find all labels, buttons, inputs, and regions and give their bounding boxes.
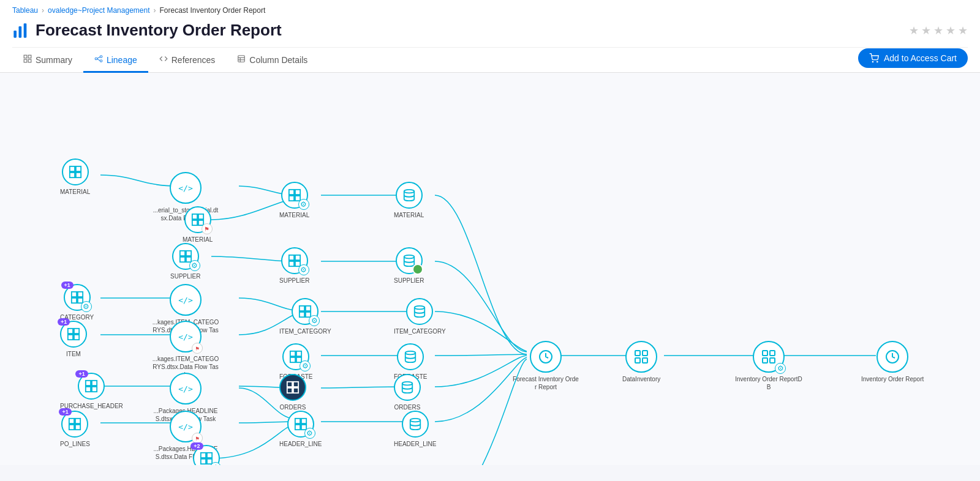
tab-lineage[interactable]: Lineage <box>83 48 148 73</box>
lineage-canvas[interactable]: MATERIAL </> ...erial_to_stgmaterial.dts… <box>0 73 980 465</box>
node-item-src[interactable]: +1 ITEM <box>60 321 87 358</box>
node-label-item-category-out: ITEM_CATEGORY <box>394 327 446 335</box>
node-po-lines[interactable]: +1 PO_LINES <box>60 411 90 448</box>
node-forecast-report[interactable]: Forecast Inventory Order Report <box>512 341 579 391</box>
node-circle-supplier-stg <box>172 243 199 270</box>
category-badge: +1 <box>61 282 74 289</box>
svg-rect-44 <box>68 329 73 334</box>
svg-rect-73 <box>295 425 300 430</box>
svg-rect-47 <box>74 335 79 340</box>
lineage-lines-svg <box>0 73 956 465</box>
svg-rect-45 <box>74 329 79 334</box>
node-category-src[interactable]: +1 CATEGORY <box>60 284 94 321</box>
add-to-access-cart-button[interactable]: Add to Access Cart <box>858 48 968 68</box>
node-circle-datainventory <box>625 341 657 373</box>
star-4[interactable]: ★ <box>946 24 956 37</box>
node-circle-material-src <box>62 158 89 185</box>
tab-references-label: References <box>172 55 216 65</box>
tab-column-details[interactable]: Column Details <box>226 48 318 73</box>
node-material-out[interactable]: MATERIAL <box>394 182 424 219</box>
svg-rect-26 <box>192 214 197 219</box>
svg-point-17 <box>877 61 878 62</box>
breadcrumb-tableau[interactable]: Tableau <box>12 6 38 15</box>
svg-rect-101 <box>770 358 775 363</box>
star-2[interactable]: ★ <box>921 24 931 37</box>
node-circle-item-src: +1 <box>60 321 87 348</box>
node-supplier-stg[interactable]: SUPPLIER <box>170 243 200 280</box>
node-item-category-out[interactable]: ITEM_CATEGORY <box>394 298 446 335</box>
svg-rect-20 <box>69 173 74 177</box>
svg-rect-77 <box>207 453 212 458</box>
tab-lineage-label: Lineage <box>107 55 137 65</box>
node-material-src[interactable]: MATERIAL <box>60 158 90 196</box>
svg-rect-53 <box>290 351 295 356</box>
svg-rect-29 <box>198 220 203 225</box>
purchase-badge: +1 <box>75 370 88 378</box>
svg-line-10 <box>97 57 100 58</box>
svg-rect-95 <box>643 351 647 356</box>
svg-rect-54 <box>296 351 301 356</box>
node-circle-inventory-order-report <box>876 341 908 373</box>
node-circle-category-src: +1 <box>64 284 91 311</box>
breadcrumb-current: Forecast Inventory Order Report <box>160 6 266 15</box>
node-circle-supplier-out <box>396 247 423 274</box>
svg-rect-1 <box>19 26 22 38</box>
node-circle-orders-mid <box>279 374 306 401</box>
svg-rect-46 <box>68 335 73 340</box>
svg-rect-64 <box>287 388 292 393</box>
node-circle-forcaste-mid <box>282 343 309 370</box>
node-header-line-mid[interactable]: HEADER_LINE <box>279 411 322 448</box>
node-circle-item-flow: </> <box>170 321 202 352</box>
node-supplier-out[interactable]: SUPPLIER <box>394 247 424 285</box>
node-datainventory[interactable]: DataInventory <box>622 341 660 383</box>
node-inventory-order-reportdb[interactable]: Inventory Order ReportDB <box>735 341 802 391</box>
svg-rect-6 <box>28 59 31 62</box>
tab-summary[interactable]: Summary <box>12 48 83 73</box>
tabs-row: Summary Lineage References Column Detail… <box>12 47 968 72</box>
node-circle-headlines-flow2: </> <box>170 411 202 442</box>
svg-rect-100 <box>763 358 767 363</box>
svg-rect-65 <box>293 388 298 393</box>
svg-rect-79 <box>207 459 212 464</box>
item-badge: +1 <box>58 318 70 326</box>
breadcrumb: Tableau › ovaledge~Project Management › … <box>12 0 968 17</box>
svg-rect-50 <box>300 312 304 317</box>
node-header-line-out[interactable]: HEADER_LINE <box>394 411 436 448</box>
svg-rect-78 <box>201 459 206 464</box>
node-item-category-mid[interactable]: ITEM_CATEGORY <box>279 298 331 335</box>
svg-rect-51 <box>306 312 311 317</box>
node-item-category-extra[interactable]: +2 ITEM_CATEGORY <box>181 445 233 465</box>
node-circle-orders-out <box>394 374 421 401</box>
node-label-forecast-report: Forecast Inventory Order Report <box>512 375 579 391</box>
breadcrumb-project[interactable]: ovaledge~Project Management <box>48 6 149 15</box>
node-circle-material-flow: </> <box>170 172 202 204</box>
star-5[interactable]: ★ <box>958 24 968 37</box>
node-circle-forecast-report <box>530 341 562 373</box>
star-3[interactable]: ★ <box>933 24 943 37</box>
svg-point-8 <box>100 56 102 58</box>
star-1[interactable]: ★ <box>909 24 919 37</box>
node-circle-po-lines: +1 <box>61 411 88 438</box>
node-label-po-lines: PO_LINES <box>60 440 90 448</box>
node-orders-mid[interactable]: ORDERS <box>279 374 306 411</box>
svg-rect-70 <box>75 425 80 430</box>
svg-rect-96 <box>635 358 640 363</box>
node-purchase-header[interactable]: +1 PURCHASE_HEADER <box>60 373 123 410</box>
svg-rect-28 <box>192 220 197 225</box>
node-inventory-order-report[interactable]: Inventory Order Report <box>861 341 924 383</box>
svg-rect-0 <box>13 31 17 38</box>
node-item-flow[interactable]: </> ...kages.ITEM_CATEGORYS.dtsx.Data Fl… <box>152 321 219 379</box>
svg-point-52 <box>415 306 425 310</box>
node-supplier-mid[interactable]: SUPPLIER <box>279 247 309 285</box>
svg-rect-71 <box>295 419 300 423</box>
svg-rect-55 <box>290 357 295 362</box>
node-orders-out[interactable]: ORDERS <box>394 374 421 411</box>
svg-rect-12 <box>238 56 245 62</box>
page-title: Forecast Inventory Order Report <box>36 21 282 40</box>
tab-references[interactable]: References <box>148 48 227 73</box>
node-material-stg[interactable]: MATERIAL <box>279 182 309 219</box>
column-details-icon <box>237 54 246 65</box>
node-circle-forcaste-out <box>397 343 424 370</box>
node-material-flag[interactable]: MATERIAL <box>183 206 213 244</box>
svg-rect-41 <box>78 292 83 297</box>
